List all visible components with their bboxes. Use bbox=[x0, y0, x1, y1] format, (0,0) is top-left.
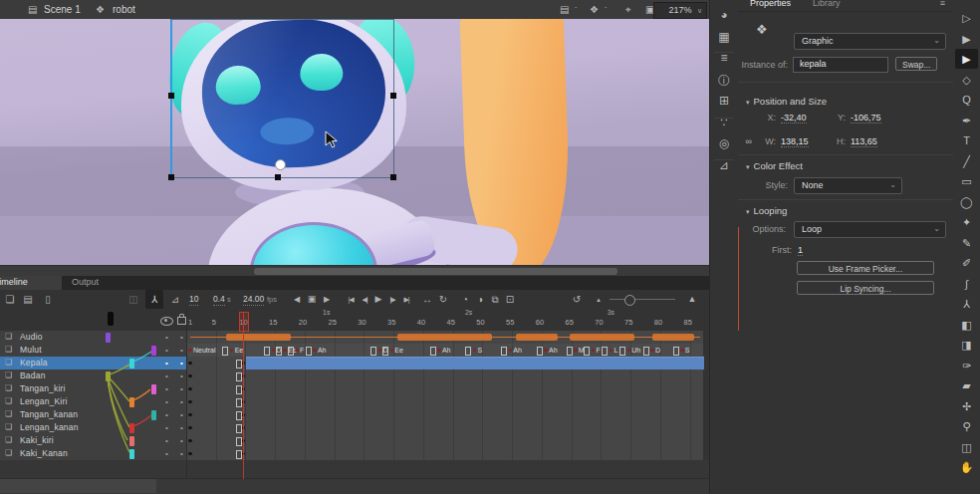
line-tool[interactable]: ╱ bbox=[955, 151, 978, 171]
edit-symbol-caret-icon[interactable]: ˇ bbox=[605, 0, 607, 19]
enlarge-frames-icon[interactable]: ▲ bbox=[685, 290, 699, 309]
transform-point[interactable] bbox=[275, 159, 286, 170]
delete-layer-icon[interactable]: ▯ bbox=[40, 290, 56, 309]
keyframe-dot[interactable] bbox=[188, 426, 192, 430]
stage-canvas[interactable] bbox=[0, 19, 709, 276]
eyedropper-tool[interactable]: ✑ bbox=[955, 356, 978, 375]
camera-tool[interactable]: ◫ bbox=[955, 437, 978, 457]
layer-row-kaki_kiri[interactable]: ❏Kaki_kiri•• bbox=[0, 434, 187, 448]
frame-row-audio[interactable] bbox=[187, 331, 703, 345]
loop-dropdown[interactable]: Loop ⌄ bbox=[794, 221, 946, 238]
breadcrumb-scene[interactable]: Scene 1 bbox=[44, 0, 81, 19]
frame-row-tangan_kiri[interactable] bbox=[187, 382, 703, 396]
keyframe-dot[interactable] bbox=[610, 349, 613, 353]
loop-range-icon[interactable]: ↻ bbox=[436, 290, 450, 309]
layer-name[interactable]: Kepala bbox=[20, 358, 48, 368]
go-first-frame-icon[interactable]: |◀ bbox=[344, 290, 358, 309]
layer-row-kaki_kanan[interactable]: ❏Kaki_Kanan•• bbox=[0, 447, 187, 461]
graph-view-icon[interactable]: ⊿ bbox=[167, 290, 183, 309]
layer-name[interactable]: Audio bbox=[20, 332, 43, 342]
step-back-icon[interactable]: ◀ bbox=[290, 290, 304, 309]
layer-name[interactable]: Lengan_kanan bbox=[20, 422, 79, 432]
shrink-frames-icon[interactable]: ▴ bbox=[592, 290, 606, 309]
keyframe-dot[interactable] bbox=[627, 349, 631, 353]
transform-handle-bottom-left[interactable] bbox=[168, 174, 174, 180]
parent-swatch-tangan_kanan[interactable] bbox=[151, 410, 156, 420]
frame-row-kaki_kanan[interactable] bbox=[187, 447, 703, 461]
panel-menu-icon[interactable]: ≡ bbox=[940, 0, 945, 8]
free-transform-selection-box[interactable] bbox=[170, 19, 394, 178]
layer-lock-dot[interactable]: • bbox=[180, 335, 183, 341]
parent-swatch-kaki_kiri[interactable] bbox=[129, 436, 134, 446]
creative-cloud-icon[interactable]: ◎ bbox=[710, 136, 738, 150]
parent-swatch-tangan_kiri[interactable] bbox=[151, 384, 156, 394]
center-stage-icon[interactable]: ⌖ bbox=[625, 0, 631, 19]
step-forward-icon[interactable]: ▶ bbox=[320, 290, 334, 309]
asset-warp-tool[interactable]: ✢ bbox=[955, 396, 978, 416]
parent-swatch-lengan_kiri[interactable] bbox=[129, 397, 134, 407]
layer-visibility-dot[interactable]: • bbox=[165, 438, 168, 444]
keyframe-dot[interactable] bbox=[544, 349, 548, 353]
parent-swatch-mulut[interactable] bbox=[151, 346, 156, 356]
keyframe-dot[interactable] bbox=[473, 349, 477, 353]
first-value[interactable]: 1 bbox=[798, 245, 803, 256]
tab-library[interactable]: Library bbox=[813, 0, 841, 8]
transform-handle-bottom-right[interactable] bbox=[390, 174, 396, 180]
frame-rate-value[interactable]: 24.00 bbox=[243, 294, 264, 306]
polystar-tool[interactable]: ✦ bbox=[955, 212, 978, 232]
layer-visibility-dot[interactable]: • bbox=[165, 451, 168, 457]
position-size-header[interactable]: ▾Position and Size bbox=[746, 96, 827, 107]
timeline-bottom-scroll[interactable] bbox=[0, 479, 156, 493]
tab-output[interactable]: Output bbox=[62, 276, 109, 290]
layer-name[interactable]: Mulut bbox=[20, 345, 42, 355]
parent-swatch-lengan_kanan[interactable] bbox=[129, 423, 134, 433]
classic-brush-tool[interactable]: ✐ bbox=[955, 253, 978, 273]
new-folder-icon[interactable]: ▤ bbox=[20, 290, 36, 309]
pencil-tool[interactable]: ✎ bbox=[955, 233, 978, 253]
layer-name[interactable]: Tangan_kiri bbox=[20, 383, 66, 393]
layer-visibility-dot[interactable]: • bbox=[165, 386, 168, 392]
subselection-tool[interactable]: ▶ bbox=[955, 29, 978, 49]
keyframe-dot[interactable] bbox=[272, 349, 276, 353]
swap-button[interactable]: Swap... bbox=[895, 57, 937, 71]
zoom-caret-icon[interactable]: ∨ bbox=[697, 1, 702, 20]
parenting-view-icon[interactable]: ⅄ bbox=[145, 290, 163, 309]
canvas-scrollbar-thumb[interactable] bbox=[254, 268, 617, 275]
bone-tool[interactable]: ⅄ bbox=[955, 294, 978, 314]
swatches-panel-icon[interactable]: ▦ bbox=[710, 30, 738, 44]
selection-tool[interactable]: ▷ bbox=[955, 8, 978, 28]
clapperboard-icon[interactable]: ▤ bbox=[28, 0, 37, 19]
info-panel-icon[interactable]: ⓘ bbox=[710, 73, 738, 90]
frame-row-mulut[interactable]: NeutralEeDEeFAhDEeAhSAhAhMFLUhDS bbox=[187, 344, 703, 358]
keyframe-dot[interactable] bbox=[188, 362, 192, 366]
layer-lock-dot[interactable]: • bbox=[180, 451, 183, 457]
prev-keyframe-icon[interactable]: ◀| bbox=[358, 290, 371, 309]
go-last-frame-icon[interactable]: ▶| bbox=[399, 290, 413, 309]
onion-skin-icon[interactable]: ◔ bbox=[458, 290, 472, 309]
timeline-zoom-knob[interactable] bbox=[624, 295, 635, 306]
use-frame-picker-button[interactable]: Use Frame Picker... bbox=[797, 261, 934, 275]
playhead-line[interactable] bbox=[243, 312, 245, 479]
layer-visibility-dot[interactable]: • bbox=[165, 361, 168, 367]
frame-row-lengan_kanan[interactable] bbox=[187, 421, 703, 435]
play-icon[interactable]: ▶ bbox=[371, 290, 385, 309]
keyframe-dot[interactable] bbox=[230, 349, 234, 353]
layer-lock-dot[interactable]: • bbox=[180, 386, 183, 392]
keyframe-dot[interactable] bbox=[295, 349, 299, 353]
keyframe-dot[interactable] bbox=[188, 374, 192, 378]
parent-swatch-badan[interactable] bbox=[106, 371, 111, 381]
eye-icon[interactable] bbox=[160, 317, 173, 326]
keyframe-dot[interactable] bbox=[188, 349, 192, 353]
gradient-transform-tool[interactable]: ◇ bbox=[955, 70, 978, 90]
keyframe-dot[interactable] bbox=[313, 349, 317, 353]
keyframe-dot[interactable] bbox=[437, 349, 441, 353]
lip-syncing-button[interactable]: Lip Syncing... bbox=[797, 281, 934, 295]
layer-visibility-dot[interactable]: • bbox=[165, 425, 168, 431]
keyframe-dot[interactable] bbox=[592, 349, 596, 353]
layer-row-tangan_kiri[interactable]: ❏Tangan_kiri•• bbox=[0, 382, 187, 396]
layer-lock-dot[interactable]: • bbox=[180, 399, 183, 405]
layer-row-lengan_kanan[interactable]: ❏Lengan_kanan•• bbox=[0, 421, 187, 435]
y-value[interactable]: -106,75 bbox=[851, 113, 881, 124]
layer-name[interactable]: Kaki_Kanan bbox=[20, 448, 68, 458]
symbol-type-dropdown[interactable]: Graphic ⌄ bbox=[794, 33, 946, 50]
